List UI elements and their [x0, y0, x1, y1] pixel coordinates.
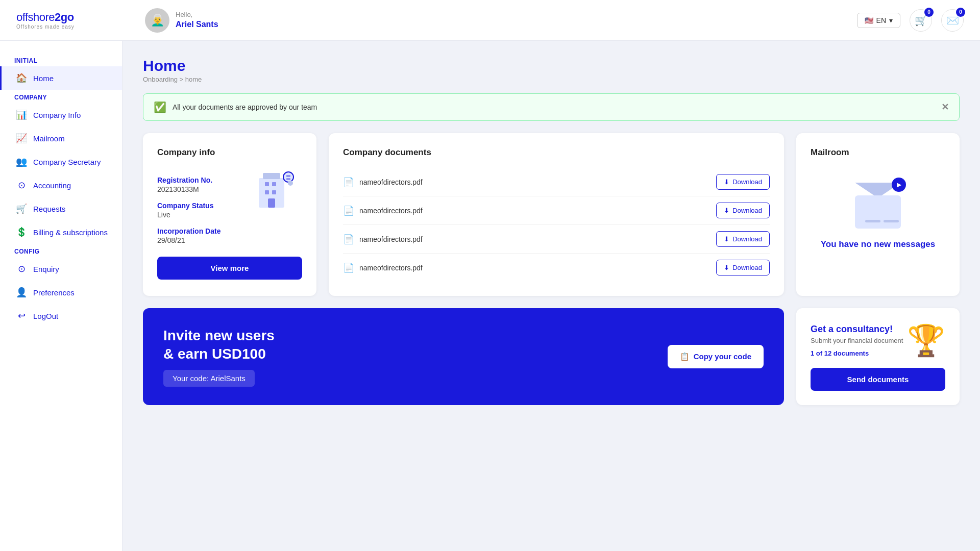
flag-icon: 🇺🇸 [865, 16, 873, 24]
documents-card-title: Company documents [343, 147, 770, 158]
bottom-row: Invite new users & earn USD100 Your code… [143, 308, 960, 405]
mail-button[interactable]: ✉️ 0 [941, 9, 964, 32]
download-button[interactable]: ⬇ Download [716, 231, 770, 247]
invite-line2: & earn USD100 [163, 346, 266, 362]
check-circle-icon: ✅ [154, 101, 166, 113]
building-icon: 📊 [16, 109, 27, 120]
mailroom-card-title: Mailroom [811, 147, 849, 158]
mail-badge: 0 [956, 8, 965, 17]
inc-date-label: Incorporation Date [157, 227, 251, 235]
company-status-label: Company Status [157, 202, 251, 210]
doc-filename: nameofdirectors.pdf [359, 207, 423, 215]
sidebar-item-accounting[interactable]: ⊙ Accounting [0, 173, 122, 197]
close-alert-button[interactable]: ✕ [941, 102, 949, 113]
reg-no-value: 202130133M [157, 185, 251, 193]
home-icon: 🏠 [16, 72, 27, 84]
company-info-card: Company info Registration No. 202130133M… [143, 133, 316, 296]
secretary-icon: 👥 [16, 156, 27, 167]
sidebar-accounting-label: Accounting [33, 181, 71, 190]
download-button[interactable]: ⬇ Download [716, 174, 770, 190]
table-row: 📄 nameofdirectors.pdf ⬇ Download [343, 254, 770, 282]
company-info-card-title: Company info [157, 147, 302, 158]
svg-rect-8 [286, 175, 290, 177]
user-name: Ariel Sants [176, 19, 218, 30]
inc-date-value: 29/08/21 [157, 236, 251, 244]
sidebar-section-initial: INITIAL [0, 53, 122, 66]
sidebar-billing-label: Billing & subscriptions [33, 228, 108, 237]
invite-card: Invite new users & earn USD100 Your code… [143, 308, 784, 405]
sidebar-item-logout[interactable]: ↩ LogOut [0, 304, 122, 328]
doc-name: 📄 nameofdirectors.pdf [343, 177, 423, 188]
download-label: Download [732, 178, 762, 186]
company-status-value: Live [157, 211, 251, 219]
consultancy-title: Get a consultancy! [811, 324, 903, 335]
breadcrumb: Onboarding > home [143, 76, 960, 83]
doc-name: 📄 nameofdirectors.pdf [343, 234, 423, 245]
cards-row: Company info Registration No. 202130133M… [143, 133, 960, 296]
doc-name: 📄 nameofdirectors.pdf [343, 262, 423, 273]
sidebar-item-requests[interactable]: 🛒 Requests [0, 197, 122, 220]
doc-filename: nameofdirectors.pdf [359, 178, 423, 186]
doc-list: 📄 nameofdirectors.pdf ⬇ Download 📄 nameo… [343, 168, 770, 282]
download-label: Download [732, 207, 762, 214]
svg-rect-4 [265, 190, 269, 194]
sidebar-item-mailroom[interactable]: 📈 Mailroom [0, 127, 122, 150]
document-icon: 📄 [343, 177, 354, 188]
download-icon: ⬇ [724, 235, 729, 243]
svg-rect-2 [265, 182, 269, 186]
sidebar-preferences-label: Preferences [33, 288, 75, 297]
sidebar-item-enquiry[interactable]: ⊙ Enquiry [0, 257, 122, 281]
topbar: ​offshore2go Offshores made easy 👨‍🦳 Hel… [0, 0, 980, 41]
logo[interactable]: ​offshore2go Offshores made easy [16, 11, 129, 30]
download-button[interactable]: ⬇ Download [716, 260, 770, 276]
table-row: 📄 nameofdirectors.pdf ⬇ Download [343, 225, 770, 254]
mailroom-illustration: ▶ [847, 180, 909, 231]
mail-icon: ✉️ [946, 14, 959, 27]
sidebar-secretary-label: Company Secretary [33, 158, 101, 166]
play-icon: ▶ [892, 178, 906, 192]
sidebar-item-billing[interactable]: 💲 Billing & subscriptions [0, 220, 122, 244]
user-greeting: 👨‍🦳 Hello, Ariel Sants [145, 8, 218, 33]
chevron-down-icon: ▾ [889, 16, 893, 24]
mailroom-icon: 📈 [16, 133, 27, 144]
reg-no-label: Registration No. [157, 176, 251, 184]
svg-rect-9 [286, 178, 290, 180]
lang-selector[interactable]: 🇺🇸 EN ▾ [857, 13, 900, 28]
hello-label: Hello, [176, 11, 218, 19]
svg-rect-6 [268, 198, 275, 208]
table-row: 📄 nameofdirectors.pdf ⬇ Download [343, 196, 770, 225]
send-documents-button[interactable]: Send documents [811, 368, 945, 391]
building-illustration [251, 168, 302, 209]
sidebar-item-company-info[interactable]: 📊 Company Info [0, 103, 122, 127]
preferences-icon: 👤 [16, 287, 27, 298]
download-icon: ⬇ [724, 178, 729, 186]
requests-icon: 🛒 [16, 203, 27, 214]
mailroom-card: Mailroom ▶ You have no new messages [796, 133, 960, 296]
logo-text: ​offshore2go [16, 11, 74, 23]
invite-text: Invite new users & earn USD100 [163, 327, 275, 364]
cart-button[interactable]: 🛒 0 [910, 9, 932, 32]
logo-tagline: Offshores made easy [16, 24, 129, 30]
page-title: Home [143, 57, 960, 74]
sidebar-section-config: CONFIG [0, 244, 122, 257]
sidebar-item-home[interactable]: 🏠 Home [0, 66, 122, 90]
billing-icon: 💲 [16, 227, 27, 238]
svg-rect-5 [272, 190, 276, 194]
download-icon: ⬇ [724, 264, 729, 271]
sidebar-mailroom-label: Mailroom [33, 134, 65, 143]
view-more-button[interactable]: View more [157, 257, 302, 280]
cart-icon: 🛒 [915, 14, 927, 27]
sidebar-item-preferences[interactable]: 👤 Preferences [0, 281, 122, 304]
avatar: 👨‍🦳 [145, 8, 169, 33]
download-icon: ⬇ [724, 207, 729, 214]
mailroom-message: You have no new messages [821, 239, 936, 249]
sidebar: INITIAL 🏠 Home COMPANY 📊 Company Info 📈 … [0, 41, 122, 551]
cart-badge: 0 [924, 8, 934, 17]
download-button[interactable]: ⬇ Download [716, 203, 770, 218]
sidebar-item-company-secretary[interactable]: 👥 Company Secretary [0, 150, 122, 173]
invite-code-box: Your code: ArielSants [163, 370, 255, 387]
doc-name: 📄 nameofdirectors.pdf [343, 205, 423, 216]
copy-code-button[interactable]: 📋 Copy your code [668, 345, 764, 368]
alert-message: All your documents are approved by our t… [173, 103, 935, 111]
download-label: Download [732, 235, 762, 243]
